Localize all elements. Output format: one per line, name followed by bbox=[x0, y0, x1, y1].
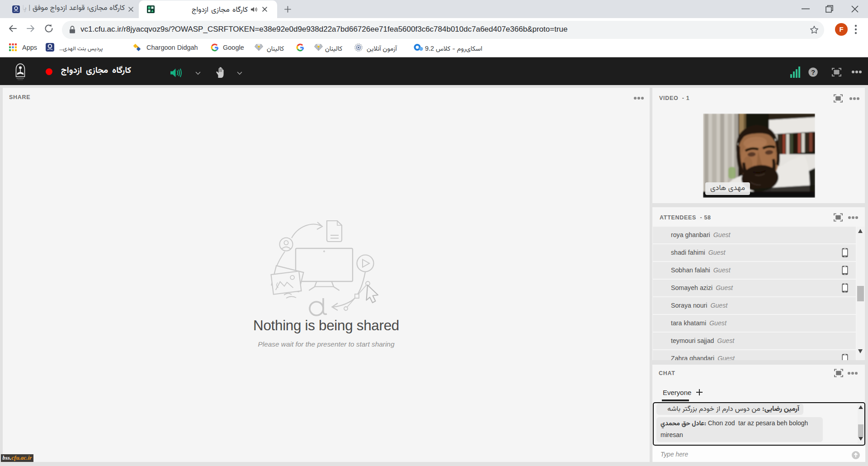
svg-text:?: ? bbox=[811, 68, 815, 76]
